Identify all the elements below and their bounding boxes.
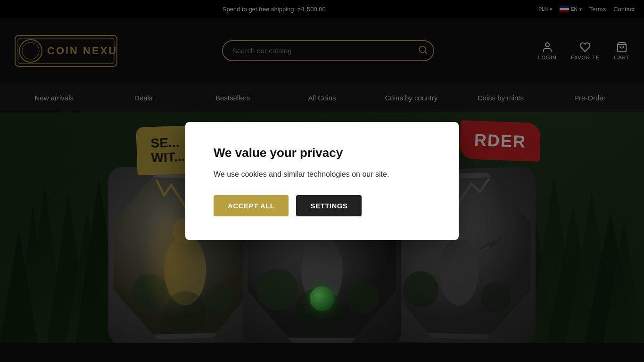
modal-body: We use cookies and similar technologies …: [214, 169, 430, 180]
settings-button[interactable]: SETTINGS: [296, 195, 362, 216]
accept-all-button[interactable]: ACCEPT ALL: [214, 195, 289, 216]
modal-actions: ACCEPT ALL SETTINGS: [214, 195, 430, 216]
privacy-modal: We value your privacy We use cookies and…: [185, 122, 459, 240]
modal-title: We value your privacy: [214, 146, 430, 160]
modal-overlay: We value your privacy We use cookies and…: [0, 0, 644, 362]
